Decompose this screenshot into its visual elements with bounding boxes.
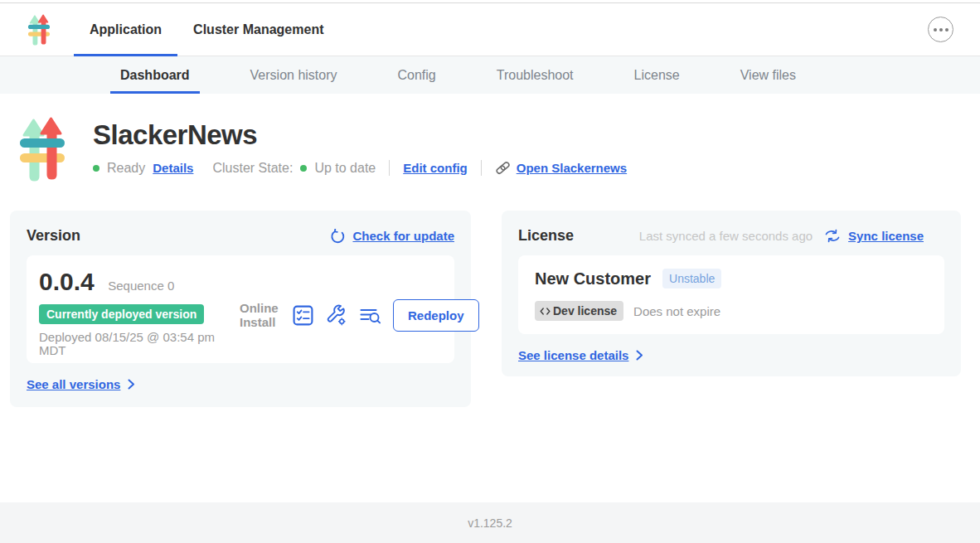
license-expiry-text: Does not expire (633, 304, 720, 318)
tab-view-files[interactable]: View files (730, 56, 806, 94)
app-logo-icon (18, 116, 66, 182)
customer-name: New Customer (535, 269, 651, 288)
console-version-text: v1.125.2 (468, 516, 512, 530)
divider (389, 160, 390, 176)
see-license-details-link[interactable]: See license details (518, 348, 628, 362)
version-sequence: Sequence 0 (108, 279, 174, 293)
channel-badge: Unstable (662, 269, 721, 288)
status-details-link[interactable]: Details (153, 161, 193, 175)
brand-logo (27, 3, 51, 56)
nav-spacer (339, 3, 928, 56)
preflight-checks-button[interactable] (292, 304, 314, 327)
check-for-update-action[interactable]: Check for update (330, 229, 454, 244)
check-for-update-link[interactable]: Check for update (352, 229, 454, 243)
tab-cluster-management-label: Cluster Management (193, 22, 323, 37)
app-header: SlackerNews Ready Details Cluster State:… (0, 94, 980, 182)
dashboard-cards: Version Check for update 0.0.4 Sequence (0, 182, 980, 407)
version-number: 0.0.4 (39, 268, 95, 295)
see-all-versions-action[interactable]: See all versions (27, 377, 454, 391)
cluster-state-dot (300, 165, 307, 172)
refresh-icon (330, 229, 345, 244)
tab-application[interactable]: Application (74, 3, 177, 56)
link-chain-icon (495, 160, 511, 176)
app-sub-nav: Dashboard Version history Config Trouble… (0, 56, 980, 94)
version-actions: Online Install (240, 299, 479, 332)
tab-cluster-management[interactable]: Cluster Management (177, 3, 339, 56)
install-type-label: Online Install (240, 302, 281, 330)
tab-troubleshoot[interactable]: Troubleshoot (487, 56, 584, 94)
page: Application Cluster Management Dashboard… (0, 0, 980, 543)
current-version-panel: 0.0.4 Sequence 0 Currently deployed vers… (27, 255, 454, 363)
cluster-state-value: Up to date (314, 161, 376, 176)
deploy-logs-button[interactable] (358, 305, 382, 327)
logs-search-icon (358, 305, 382, 327)
wrench-gear-icon (325, 304, 347, 327)
redeploy-button[interactable]: Redeploy (393, 299, 479, 332)
license-card-header: License Last synced a few seconds ago Sy… (518, 227, 944, 245)
code-icon (540, 307, 551, 316)
page-title: SlackerNews (93, 119, 627, 151)
main-nav: Application Cluster Management (0, 3, 980, 56)
tab-dashboard[interactable]: Dashboard (110, 56, 200, 94)
see-license-details-action[interactable]: See license details (518, 348, 944, 362)
tab-license[interactable]: License (624, 56, 690, 94)
version-card-header: Version Check for update (27, 227, 454, 245)
license-card-title: License (518, 227, 574, 245)
sync-license-action[interactable]: Sync license (824, 229, 944, 243)
app-status-text: Ready (107, 161, 145, 176)
chevron-right-icon (128, 379, 135, 390)
app-info: SlackerNews Ready Details Cluster State:… (93, 116, 627, 182)
sync-license-link[interactable]: Sync license (848, 229, 924, 243)
license-type-badge: Dev license (535, 301, 623, 321)
license-type-label: Dev license (553, 304, 617, 318)
version-card: Version Check for update 0.0.4 Sequence (10, 211, 471, 407)
chevron-right-icon (636, 350, 643, 361)
license-card: License Last synced a few seconds ago Sy… (502, 211, 961, 376)
main-content: SlackerNews Ready Details Cluster State:… (0, 94, 980, 502)
deployed-status-badge: Currently deployed version (39, 304, 204, 324)
version-info: 0.0.4 Sequence 0 Currently deployed vers… (39, 268, 240, 363)
see-all-versions-link[interactable]: See all versions (27, 377, 120, 391)
last-synced-text: Last synced a few seconds ago (639, 229, 813, 243)
divider (481, 160, 482, 176)
open-app-link-label[interactable]: Open Slackernews (517, 161, 627, 175)
more-menu-button[interactable] (928, 17, 953, 42)
app-status-dot (93, 165, 99, 172)
ellipsis-icon (934, 28, 937, 32)
edit-config-link[interactable]: Edit config (403, 161, 468, 175)
deployed-timestamp: Deployed 08/15/25 @ 03:54 pm MDT (39, 331, 231, 357)
tab-version-history[interactable]: Version history (240, 56, 347, 94)
tab-config[interactable]: Config (388, 56, 446, 94)
tab-application-label: Application (90, 22, 162, 37)
sync-arrows-icon (824, 229, 841, 243)
app-status-row: Ready Details Cluster State: Up to date … (93, 160, 627, 176)
cluster-state-label: Cluster State: (212, 161, 293, 176)
slackernews-logo-icon (27, 13, 51, 46)
license-details-panel: New Customer Unstable Dev license Does n… (518, 255, 944, 334)
console-footer: v1.125.2 (0, 502, 980, 543)
config-diff-button[interactable] (325, 304, 347, 327)
version-card-title: Version (27, 227, 80, 245)
preflight-checks-icon (292, 304, 314, 327)
open-app-link[interactable]: Open Slackernews (495, 160, 627, 176)
